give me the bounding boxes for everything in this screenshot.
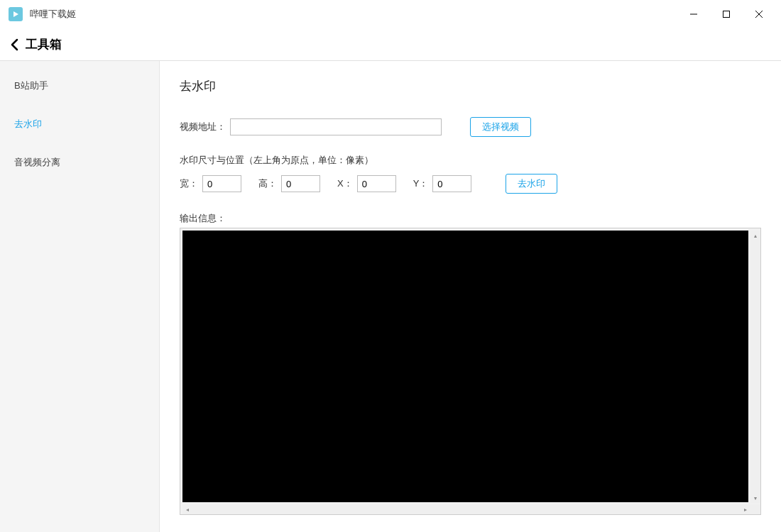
x-label: X： xyxy=(337,177,353,190)
height-input[interactable] xyxy=(281,175,320,192)
output-area xyxy=(182,231,748,502)
main-content: 去水印 视频地址： 选择视频 水印尺寸与位置（左上角为原点，单位：像素） 宽： … xyxy=(160,61,781,532)
nav-header: 工具箱 xyxy=(0,28,781,61)
scroll-left-icon[interactable]: ◂ xyxy=(182,504,192,514)
body-area: B站助手 去水印 音视频分离 去水印 视频地址： 选择视频 水印尺寸与位置（左上… xyxy=(0,61,781,532)
video-path-input[interactable] xyxy=(230,118,442,135)
chevron-left-icon xyxy=(9,38,21,51)
close-icon xyxy=(755,10,763,18)
page-title: 去水印 xyxy=(180,78,761,94)
app-title: 哔哩下载姬 xyxy=(30,8,76,21)
output-label: 输出信息： xyxy=(180,212,761,225)
minimize-icon xyxy=(689,10,698,18)
scroll-corner xyxy=(750,504,760,514)
sidebar-item-remove-watermark[interactable]: 去水印 xyxy=(0,105,159,143)
y-label: Y： xyxy=(413,177,429,190)
remove-watermark-button-label: 去水印 xyxy=(518,177,545,190)
sidebar-item-av-split[interactable]: 音视频分离 xyxy=(0,143,159,182)
close-button[interactable] xyxy=(743,0,775,28)
width-pair: 宽： xyxy=(180,175,241,192)
maximize-button[interactable] xyxy=(710,0,743,28)
minimize-button[interactable] xyxy=(677,0,710,28)
sidebar: B站助手 去水印 音视频分离 xyxy=(0,61,160,532)
titlebar: 哔哩下载姬 xyxy=(0,0,781,28)
app-icon xyxy=(9,7,23,21)
sidebar-item-label: 去水印 xyxy=(14,118,42,129)
watermark-section-label: 水印尺寸与位置（左上角为原点，单位：像素） xyxy=(180,154,761,167)
scroll-right-icon[interactable]: ▸ xyxy=(741,504,750,514)
svg-rect-1 xyxy=(723,11,730,18)
nav-title: 工具箱 xyxy=(26,36,62,52)
scroll-up-icon[interactable]: ▴ xyxy=(750,231,760,240)
width-input[interactable] xyxy=(202,175,241,192)
video-path-label: 视频地址： xyxy=(180,121,226,133)
sidebar-item-bilibili-helper[interactable]: B站助手 xyxy=(0,67,159,105)
height-pair: 高： xyxy=(258,175,320,192)
titlebar-left: 哔哩下载姬 xyxy=(9,7,76,21)
y-pair: Y： xyxy=(413,175,472,192)
select-video-button-label: 选择视频 xyxy=(482,121,519,133)
back-button[interactable] xyxy=(9,38,21,51)
window-controls xyxy=(677,0,775,28)
height-label: 高： xyxy=(258,177,277,190)
sidebar-item-label: 音视频分离 xyxy=(14,157,60,167)
x-input[interactable] xyxy=(357,175,396,192)
video-path-row: 视频地址： 选择视频 xyxy=(180,117,761,137)
remove-watermark-button[interactable]: 去水印 xyxy=(506,174,557,194)
dimensions-row: 宽： 高： X： Y： 去水印 xyxy=(180,174,761,194)
horizontal-scrollbar[interactable]: ◂ ▸ xyxy=(182,504,750,514)
x-pair: X： xyxy=(337,175,396,192)
select-video-button[interactable]: 选择视频 xyxy=(470,117,531,137)
y-input[interactable] xyxy=(432,175,471,192)
maximize-icon xyxy=(722,10,731,18)
sidebar-item-label: B站助手 xyxy=(14,80,48,91)
width-label: 宽： xyxy=(180,177,198,190)
scroll-down-icon[interactable]: ▾ xyxy=(750,493,760,503)
vertical-scrollbar[interactable]: ▴ ▾ xyxy=(750,231,760,503)
output-container: ▴ ▾ ◂ ▸ xyxy=(180,228,761,515)
